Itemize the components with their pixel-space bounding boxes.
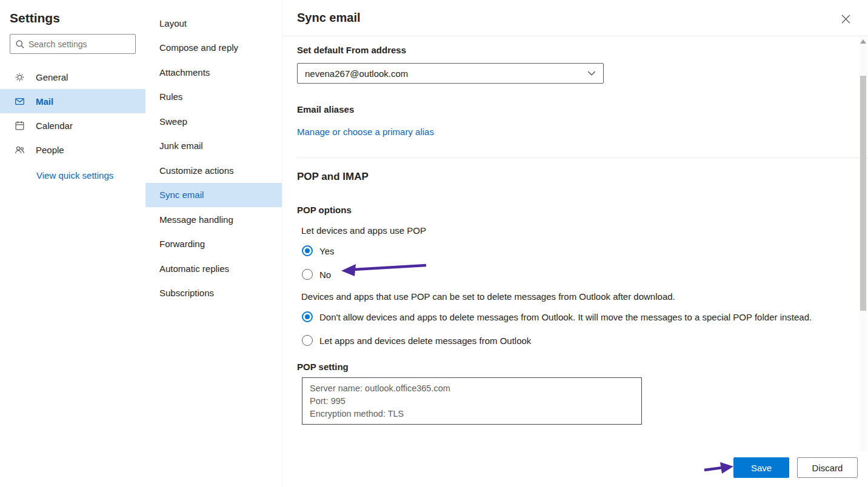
sidebar-item-calendar[interactable]: Calendar — [0, 113, 145, 137]
radio-pop-yes[interactable]: Yes — [297, 245, 853, 256]
nav-item-customize-actions[interactable]: Customize actions — [145, 158, 282, 183]
radio-label: No — [319, 270, 331, 280]
calendar-icon — [15, 121, 25, 131]
radio-button-selected[interactable] — [302, 311, 313, 322]
sidebar-item-mail[interactable]: Mail — [0, 89, 145, 113]
radio-allow-delete[interactable]: Let apps and devices delete messages fro… — [297, 335, 853, 346]
sidebar-item-general[interactable]: General — [0, 65, 145, 89]
from-address-label: Set default From address — [297, 45, 853, 55]
scrollbar-thumb[interactable] — [860, 76, 866, 311]
use-pop-label: Let devices and apps use POP — [297, 225, 853, 236]
chevron-down-icon — [587, 71, 596, 76]
manage-alias-link[interactable]: Manage or choose a primary alias — [297, 127, 434, 137]
pop-imap-heading: POP and IMAP — [297, 171, 853, 183]
settings-sidebar: Settings General Mail — [0, 0, 145, 487]
mail-icon — [15, 96, 25, 107]
nav-item-message-handling[interactable]: Message handling — [145, 207, 282, 232]
radio-button[interactable] — [302, 335, 313, 346]
search-settings-box[interactable] — [10, 34, 136, 54]
nav-item-attachments[interactable]: Attachments — [145, 60, 282, 85]
search-icon — [15, 39, 25, 49]
settings-dialog: Settings General Mail — [0, 0, 868, 487]
scroll-up-arrow-icon[interactable] — [860, 39, 866, 44]
radio-button-selected[interactable] — [302, 245, 313, 256]
nav-item-subscriptions[interactable]: Subscriptions — [145, 281, 282, 306]
pop-delete-description: Devices and apps that use POP can be set… — [297, 291, 853, 302]
nav-item-forwarding[interactable]: Forwarding — [145, 232, 282, 257]
panel-content: Set default From address nevena267@outlo… — [282, 45, 868, 425]
radio-label: Yes — [319, 246, 334, 256]
nav-item-layout[interactable]: Layout — [145, 11, 282, 36]
radio-button[interactable] — [302, 269, 313, 280]
nav-item-junk-email[interactable]: Junk email — [145, 134, 282, 159]
people-icon — [15, 145, 25, 155]
pop-setting-label: POP setting — [297, 362, 853, 372]
pop-port: Port: 995 — [310, 395, 634, 408]
sync-email-panel: Sync email Set default From address neve… — [282, 0, 868, 487]
save-button[interactable]: Save — [733, 457, 789, 478]
pop-options-label: POP options — [297, 205, 853, 215]
discard-button[interactable]: Discard — [797, 457, 858, 478]
sidebar-item-people[interactable]: People — [0, 137, 145, 162]
from-address-value: nevena267@outlook.com — [305, 68, 587, 79]
section-divider — [297, 157, 868, 158]
settings-title: Settings — [0, 8, 145, 34]
pop-server-settings-box: Server name: outlook.office365.com Port:… — [302, 377, 642, 425]
close-icon[interactable] — [839, 12, 852, 25]
nav-item-sync-email[interactable]: Sync email — [145, 183, 282, 208]
pop-encryption: Encryption method: TLS — [310, 408, 634, 420]
radio-dont-allow-delete[interactable]: Don't allow devices and apps to delete m… — [297, 311, 853, 322]
panel-header: Sync email — [282, 0, 868, 36]
email-aliases-label: Email aliases — [297, 104, 853, 114]
radio-label: Don't allow devices and apps to delete m… — [319, 312, 812, 322]
view-quick-settings-link[interactable]: View quick settings — [0, 162, 145, 181]
nav-item-automatic-replies[interactable]: Automatic replies — [145, 256, 282, 281]
sidebar-item-label: People — [36, 145, 64, 155]
mail-settings-nav: Layout Compose and reply Attachments Rul… — [145, 0, 282, 487]
nav-item-sweep[interactable]: Sweep — [145, 109, 282, 134]
search-settings-input[interactable] — [28, 39, 138, 49]
sidebar-item-label: Mail — [36, 96, 53, 107]
from-address-dropdown[interactable]: nevena267@outlook.com — [297, 63, 604, 84]
pop-server-name: Server name: outlook.office365.com — [310, 382, 634, 395]
nav-item-compose-and-reply[interactable]: Compose and reply — [145, 36, 282, 61]
sidebar-item-label: General — [36, 72, 68, 82]
gear-icon — [15, 72, 25, 82]
sidebar-item-label: Calendar — [36, 121, 73, 131]
vertical-scrollbar[interactable] — [860, 37, 867, 451]
nav-item-rules[interactable]: Rules — [145, 85, 282, 110]
panel-footer: Save Discard — [282, 448, 868, 487]
radio-pop-no[interactable]: No — [297, 269, 853, 280]
radio-label: Let apps and devices delete messages fro… — [319, 336, 531, 346]
panel-title: Sync email — [297, 11, 361, 25]
